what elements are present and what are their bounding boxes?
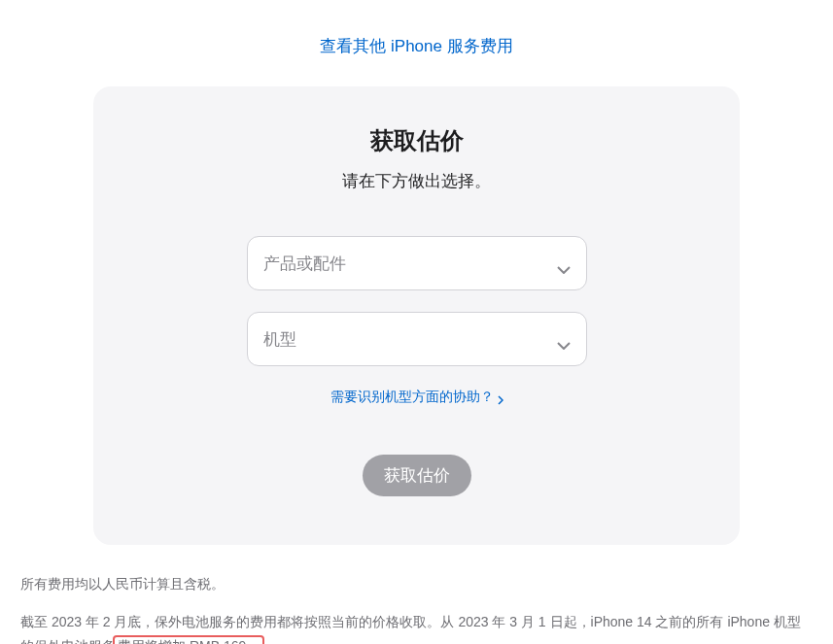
- footer-line-2: 截至 2023 年 2 月底，保外电池服务的费用都将按照当前的价格收取。从 20…: [20, 610, 813, 644]
- other-services-link[interactable]: 查看其他 iPhone 服务费用: [320, 37, 512, 55]
- price-increase-highlight: 费用将增加 RMB 169。: [113, 635, 264, 644]
- card-title: 获取估价: [142, 125, 691, 156]
- product-select[interactable]: 产品或配件: [247, 236, 587, 290]
- model-select-placeholder: 机型: [263, 328, 296, 351]
- product-select-wrapper: 产品或配件: [247, 236, 587, 290]
- top-link-container: 查看其他 iPhone 服务费用: [0, 0, 833, 86]
- get-estimate-button[interactable]: 获取估价: [363, 455, 471, 496]
- model-select-wrapper: 机型: [247, 312, 587, 366]
- footer-line-1: 所有费用均以人民币计算且含税。: [20, 572, 813, 596]
- help-link-container: 需要识别机型方面的协助？: [142, 388, 691, 406]
- model-help-link[interactable]: 需要识别机型方面的协助？: [330, 389, 503, 406]
- estimate-card: 获取估价 请在下方做出选择。 产品或配件 机型 需要识别机型方面的协助？: [93, 86, 740, 545]
- chevron-down-icon: [557, 335, 571, 343]
- product-select-placeholder: 产品或配件: [263, 253, 346, 275]
- card-subtitle: 请在下方做出选择。: [142, 170, 691, 192]
- chevron-down-icon: [557, 259, 571, 267]
- chevron-right-icon: [498, 392, 503, 402]
- help-link-label: 需要识别机型方面的协助？: [330, 389, 494, 406]
- footer-disclaimer: 所有费用均以人民币计算且含税。 截至 2023 年 2 月底，保外电池服务的费用…: [11, 572, 822, 644]
- model-select[interactable]: 机型: [247, 312, 587, 366]
